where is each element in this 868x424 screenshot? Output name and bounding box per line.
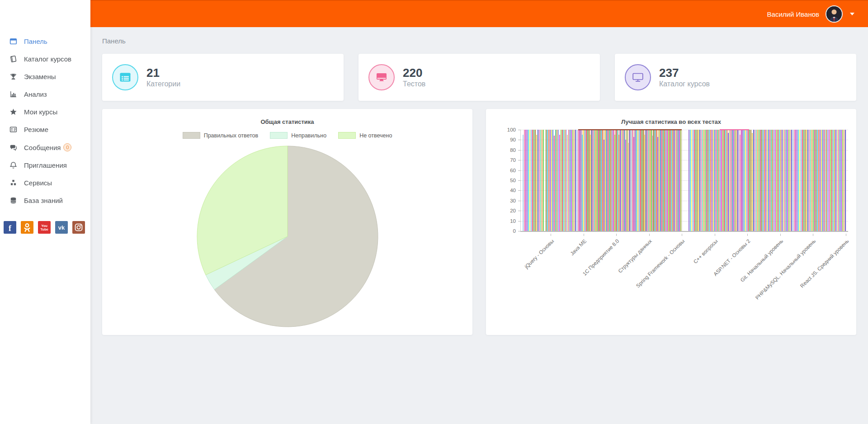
legend-item-1[interactable]: Неправильно	[270, 132, 326, 139]
x-axis-tick	[747, 234, 748, 236]
sidebar-item-2[interactable]: Экзамены	[0, 68, 90, 85]
bar	[799, 130, 800, 231]
bar	[548, 130, 549, 231]
legend-swatch	[183, 132, 200, 139]
bar	[769, 130, 770, 231]
bar	[705, 130, 706, 231]
bar	[822, 130, 823, 231]
bar	[613, 130, 614, 231]
bar	[647, 130, 648, 231]
bar	[629, 130, 630, 231]
sidebar-item-6[interactable]: Сообщения0	[0, 138, 90, 156]
sidebar-item-4[interactable]: Мои курсы	[0, 103, 90, 121]
pie-chart	[194, 142, 381, 330]
bar	[842, 130, 843, 231]
bar	[529, 130, 530, 231]
y-axis-tick	[518, 170, 521, 171]
chevron-down-icon[interactable]	[850, 13, 854, 15]
bar	[582, 135, 583, 231]
bar	[574, 130, 575, 231]
stat-label: Категории	[146, 80, 180, 88]
bar	[565, 130, 566, 231]
bar	[636, 130, 637, 231]
bar	[718, 130, 719, 231]
sidebar-item-9[interactable]: База знаний	[0, 192, 90, 209]
bar	[599, 130, 600, 231]
legend-item-2[interactable]: Не отвечено	[338, 132, 392, 139]
y-axis-tick	[518, 211, 521, 211]
bar	[774, 130, 774, 231]
bar	[838, 130, 839, 231]
sidebar-item-3[interactable]: Анализ	[0, 85, 90, 103]
sidebar-item-label: Анализ	[24, 90, 47, 98]
x-axis-tick	[813, 234, 813, 236]
bar	[575, 130, 576, 231]
odnoklassniki-icon[interactable]	[21, 221, 33, 234]
user-name[interactable]: Василий Иванов	[767, 10, 819, 18]
facebook-icon[interactable]: f	[4, 221, 16, 234]
stat-value: 237	[659, 66, 710, 80]
sidebar-item-5[interactable]: Резюме	[0, 121, 90, 138]
legend-swatch	[270, 132, 288, 139]
legend-label: Правильных ответов	[204, 132, 259, 139]
y-axis-tick-label: 90	[510, 137, 516, 142]
bar	[546, 130, 547, 231]
bar	[750, 130, 751, 231]
bar	[621, 130, 622, 231]
bar	[617, 130, 618, 231]
bar	[708, 130, 708, 231]
bar-chart-x-axis: jQuery - ОсновыJava ME1С Предприятие 8.0…	[520, 234, 848, 315]
bar	[729, 130, 730, 231]
bar	[597, 130, 598, 231]
bar	[559, 135, 560, 231]
bar	[568, 130, 569, 231]
bar	[820, 130, 821, 231]
bar	[841, 130, 842, 231]
sidebar-item-7[interactable]: Приглашения	[0, 156, 90, 174]
bar	[745, 130, 746, 231]
bar	[809, 130, 810, 231]
sidebar-item-8[interactable]: Сервисы	[0, 174, 90, 192]
bar	[586, 130, 587, 231]
bar	[639, 130, 640, 231]
y-axis-tick-label: 60	[510, 168, 516, 173]
bar	[713, 130, 714, 231]
bar	[668, 130, 669, 231]
bar	[761, 130, 762, 231]
bar	[540, 130, 541, 231]
x-axis-tick	[682, 234, 682, 236]
bar	[837, 130, 838, 231]
bar	[552, 130, 553, 231]
bar	[555, 130, 556, 231]
bar	[821, 130, 822, 231]
bar	[757, 130, 758, 231]
x-axis-tick	[846, 234, 846, 236]
bar-chart-plot: 0102030405060708090100	[520, 130, 848, 232]
bar	[606, 130, 607, 231]
bar	[755, 130, 755, 231]
bar	[699, 130, 700, 231]
stat-label: Каталог курсов	[659, 80, 710, 88]
sidebar-item-label: База знаний	[24, 197, 63, 204]
trophy-icon	[8, 73, 18, 80]
stat-cards-row: 21Категории220Тестов237Каталог курсов	[90, 54, 868, 101]
legend-item-0[interactable]: Правильных ответов	[183, 132, 259, 139]
bar	[570, 130, 571, 231]
bar	[648, 130, 649, 231]
bar	[591, 130, 592, 231]
bar	[525, 130, 526, 231]
sidebar-item-1[interactable]: Каталог курсов	[0, 50, 90, 68]
vk-icon[interactable]: vk	[55, 221, 68, 234]
youtube-icon[interactable]: YouTube	[38, 221, 51, 234]
sidebar-item-0[interactable]: Панель	[0, 33, 90, 50]
bar	[807, 130, 808, 231]
bar	[627, 130, 627, 231]
avatar[interactable]	[826, 5, 843, 23]
bar	[531, 130, 532, 231]
bar	[663, 130, 664, 231]
bar	[652, 136, 653, 231]
bar	[736, 130, 737, 231]
bar	[578, 130, 579, 231]
instagram-icon[interactable]	[72, 221, 85, 234]
bar	[532, 130, 533, 231]
